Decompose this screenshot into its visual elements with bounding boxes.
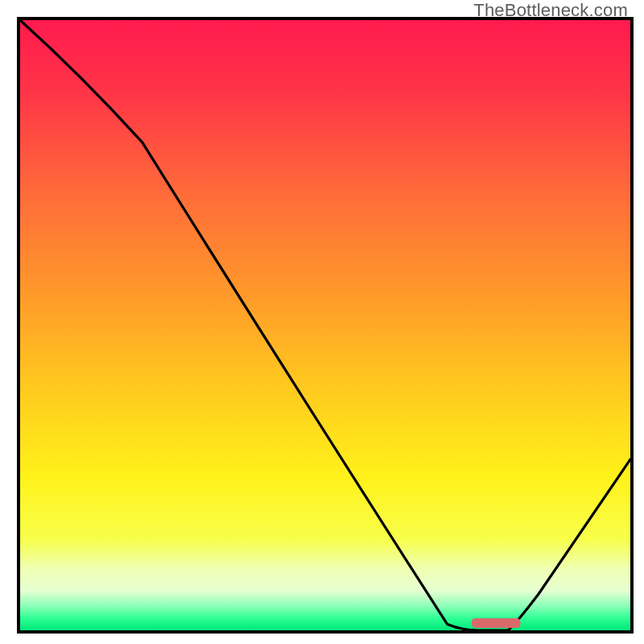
optimal-zone-marker xyxy=(472,618,521,628)
gradient-backdrop xyxy=(20,20,630,630)
chart-frame: TheBottleneck.com xyxy=(0,0,644,644)
plot-area xyxy=(17,17,634,634)
chart-svg xyxy=(20,20,630,630)
